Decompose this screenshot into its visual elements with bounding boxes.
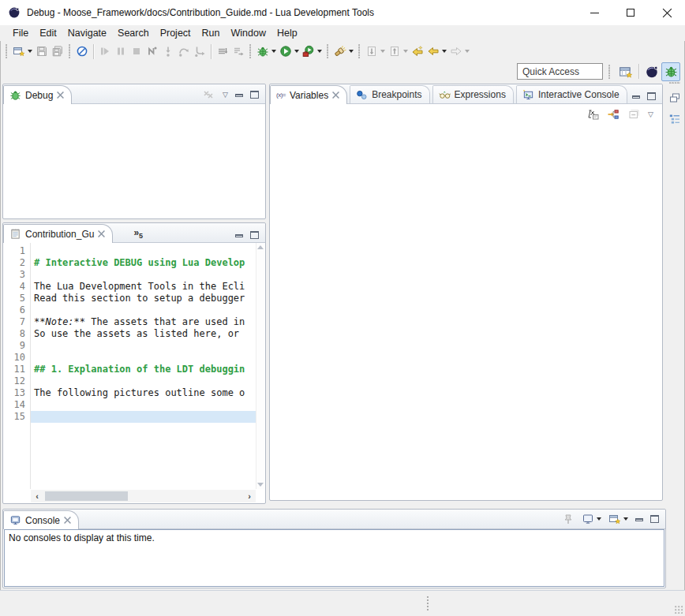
menu-navigate[interactable]: Navigate [62,26,112,40]
external-tools-dropdown[interactable] [317,50,322,53]
minibar-drag-handle[interactable] [669,82,680,84]
variables-view-tabbar: (x)= Variables Breakpoints Expressions I… [270,84,662,104]
debug-perspective-button[interactable] [661,62,680,81]
close-tab-button[interactable] [332,91,339,99]
pin-console-icon[interactable] [562,513,575,525]
view-menu-button[interactable]: ▽ [648,111,653,118]
close-tab-button[interactable] [57,91,64,99]
menu-run[interactable]: Run [197,26,226,40]
show-type-names-icon[interactable] [586,108,599,121]
window-resize-grip[interactable] [675,606,683,614]
resume-button[interactable] [97,43,113,60]
toolbar-drag-handle[interactable] [249,44,252,58]
step-over-button[interactable] [176,43,192,60]
toolbar-drag-handle[interactable] [69,44,71,58]
open-perspective-button[interactable] [616,62,635,81]
tab-debug[interactable]: Debug [3,85,72,104]
horizontal-scrollbar[interactable]: ‹ › [31,490,256,502]
quick-access-input[interactable] [517,63,603,80]
debug-dropdown[interactable] [271,50,276,53]
run-dropdown[interactable] [294,50,299,53]
step-return-button[interactable] [192,43,208,60]
display-console-dropdown[interactable] [597,517,601,521]
toolbar-drag-handle[interactable] [358,44,361,58]
menu-window[interactable]: Window [226,26,271,40]
tab-variables[interactable]: (x)= Variables [270,85,347,104]
lua-perspective-button[interactable] [642,62,661,81]
maximize-view-button[interactable] [650,515,659,523]
restore-minimized-view-button[interactable] [667,90,683,106]
scroll-right-icon[interactable]: › [243,491,256,501]
scroll-left-icon[interactable]: ‹ [31,491,43,501]
save-all-button[interactable] [50,43,66,60]
toolbar-drag-handle[interactable] [6,44,8,58]
menu-file[interactable]: File [7,26,34,40]
toolbar-drag-handle[interactable] [608,65,611,79]
maximize-view-button[interactable] [250,231,259,239]
debug-button[interactable] [255,43,278,60]
scroll-up-icon[interactable] [257,245,264,249]
minimize-view-button[interactable] [635,518,643,521]
new-wizard-button[interactable] [11,43,34,60]
close-tab-button[interactable] [64,517,71,524]
forward-dropdown[interactable] [465,50,470,53]
hidden-editors-chevron[interactable]: » 5 [133,227,143,242]
next-annotation-dropdown[interactable] [380,50,385,53]
scroll-down-icon[interactable] [257,483,264,487]
line-numbers[interactable]: 123456789101112131415 [4,243,31,489]
code-lines[interactable]: # Interactive DEBUG using Lua DevelopThe… [31,243,256,489]
tab-breakpoints[interactable]: Breakpoints [350,85,429,103]
minimized-views-bar [666,80,683,127]
outline-view-button[interactable] [667,111,683,127]
minimize-window-button[interactable] [576,0,612,25]
drop-to-frame-icon [216,45,229,58]
tab-contribution-guide[interactable]: Contribution_Gu [3,224,113,243]
minimize-view-button[interactable] [235,234,243,237]
display-selected-console-button[interactable] [582,513,601,525]
new-wizard-dropdown[interactable] [28,50,32,53]
vertical-scrollbar[interactable] [256,243,264,489]
use-step-filters-button[interactable] [230,43,246,60]
tab-interactive-console[interactable]: Interactive Console [516,85,627,103]
previous-annotation-dropdown[interactable] [403,50,408,53]
show-logical-structure-icon[interactable] [607,108,619,121]
skip-all-breakpoints-button[interactable] [74,43,90,60]
step-into-button[interactable] [160,43,176,60]
search-button[interactable] [332,43,355,60]
back-button[interactable] [425,43,448,60]
minimize-view-button[interactable] [235,94,243,97]
menu-help[interactable]: Help [271,26,303,40]
collapse-all-icon[interactable] [627,108,640,121]
maximize-view-button[interactable] [647,92,656,100]
suspend-button[interactable] [113,43,129,60]
back-dropdown[interactable] [442,50,447,53]
terminate-button[interactable] [129,43,144,60]
next-annotation-button[interactable] [364,43,387,60]
menu-edit[interactable]: Edit [34,26,62,40]
menu-search[interactable]: Search [112,26,155,40]
save-button[interactable] [34,43,50,60]
remove-all-terminated-icon[interactable] [203,89,215,100]
maximize-window-button[interactable] [612,0,649,25]
open-console-dropdown[interactable] [623,517,628,521]
external-tools-button[interactable] [301,43,324,60]
statusbar-drag-handle[interactable] [427,596,429,612]
forward-button[interactable] [448,43,471,60]
toolbar-drag-handle[interactable] [327,44,329,58]
view-menu-button[interactable]: ▽ [223,91,228,99]
close-window-button[interactable] [649,0,685,25]
open-console-button[interactable] [608,513,628,525]
drop-to-frame-button[interactable] [215,43,230,60]
close-tab-button[interactable] [98,230,105,237]
run-button[interactable] [278,43,301,60]
menu-project[interactable]: Project [155,26,197,40]
last-edit-location-button[interactable] [410,43,425,60]
minimize-view-button[interactable] [632,95,640,99]
search-dropdown[interactable] [349,50,354,53]
tab-expressions[interactable]: Expressions [432,85,514,103]
maximize-view-button[interactable] [250,91,259,99]
disconnect-button[interactable] [144,43,160,60]
tab-console[interactable]: Console [3,510,79,529]
scrollbar-thumb[interactable] [45,491,128,501]
previous-annotation-button[interactable] [387,43,410,60]
